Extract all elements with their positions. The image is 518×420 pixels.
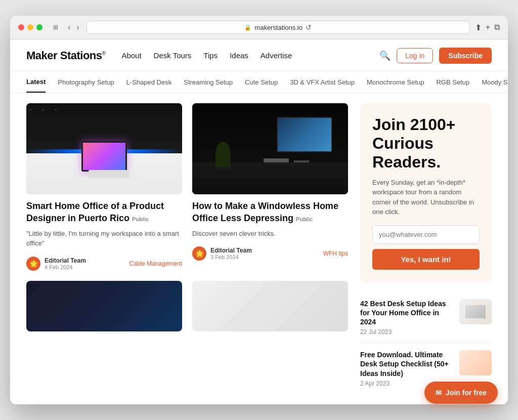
cat-lshaped[interactable]: L-Shaped Desk	[126, 72, 172, 92]
post-date-2: 3 Feb 2024	[210, 254, 252, 260]
posts-area: Smart Home Office of a Product Designer …	[26, 103, 348, 394]
traffic-light-yellow[interactable]	[27, 24, 33, 30]
login-button[interactable]: Log in	[397, 48, 433, 63]
post-badge-2: Public	[296, 216, 313, 223]
tabs-btn[interactable]: ⧉	[494, 23, 500, 32]
share-btn[interactable]: ⬆	[475, 23, 482, 32]
join-float-icon: ✉	[436, 389, 442, 397]
author-avatar-2: 🌟	[192, 246, 206, 261]
post-card-1[interactable]: Smart Home Office of a Product Designer …	[26, 103, 182, 271]
post-image-1	[26, 103, 182, 194]
forward-btn[interactable]: ›	[74, 22, 81, 33]
newsletter-box: Join 2100+ Curious Readers. Every Sunday…	[360, 103, 492, 281]
header-actions: 🔍 Log in Subscribe	[379, 48, 492, 64]
sidebar: Join 2100+ Curious Readers. Every Sunday…	[360, 103, 492, 394]
author-avatar-1: 🌟	[26, 257, 40, 271]
post-card-3[interactable]	[26, 281, 182, 331]
join-float-button[interactable]: ✉ Join for free	[424, 382, 498, 404]
traffic-light-red[interactable]	[18, 24, 24, 30]
newsletter-heading: Join 2100+ Curious Readers.	[372, 115, 480, 171]
url-text: makerstations.io	[254, 24, 303, 31]
cat-photography[interactable]: Photography Setup	[58, 72, 114, 92]
address-bar[interactable]: 🔒 makerstations.io ↺	[87, 21, 470, 34]
back-btn[interactable]: ‹	[66, 22, 72, 33]
post-card-4[interactable]	[192, 281, 348, 331]
cat-latest[interactable]: Latest	[26, 72, 46, 93]
lock-icon: 🔒	[244, 24, 251, 31]
sidebar-article-thumb-1	[459, 299, 492, 324]
search-button[interactable]: 🔍	[379, 50, 391, 61]
post-excerpt-2: Discover seven clever tricks.	[192, 229, 348, 239]
newsletter-desc: Every Sunday, get an *in-depth* workspac…	[372, 178, 480, 217]
post-tag-2[interactable]: WFH tips	[323, 250, 348, 257]
post-meta-1: 🌟 Editorial Team 4 Feb 2024 Cable Manage…	[26, 257, 182, 271]
subscribe-button[interactable]: Subscribe	[439, 48, 492, 64]
sidebar-article-thumb-2	[459, 350, 492, 375]
traffic-light-green[interactable]	[36, 24, 42, 30]
post-meta-2: 🌟 Editorial Team 3 Feb 2024 WFH tips	[192, 246, 348, 261]
sidebar-article-title-2: Free Download. Ultimate Desk Setup Check…	[360, 350, 453, 378]
post-card-2[interactable]: How to Make a Windowless Home Office Les…	[192, 103, 348, 271]
nav-advertise[interactable]: Advertise	[261, 51, 292, 60]
post-badge-1: Public	[132, 216, 149, 223]
nav-tips[interactable]: Tips	[203, 51, 218, 60]
site-logo[interactable]: Maker Stations®	[26, 49, 105, 62]
newsletter-cta-button[interactable]: Yes, I want in!	[372, 249, 480, 270]
cat-streaming[interactable]: Streaming Setup	[184, 72, 233, 92]
cat-cute[interactable]: Cute Setup	[245, 72, 278, 92]
nav-about[interactable]: About	[121, 51, 141, 60]
sidebar-articles: 42 Best Desk Setup Ideas for Your Home O…	[360, 292, 492, 394]
category-tabs: Latest Photography Setup L-Shaped Desk S…	[10, 72, 508, 93]
cat-monochrome[interactable]: Monochrome Setup	[367, 72, 424, 92]
main-nav: About Desk Tours Tips Ideas Advertise	[121, 51, 363, 60]
author-name-2: Editorial Team	[210, 247, 252, 254]
post-image-3	[26, 281, 182, 331]
author-name-1: Editorial Team	[45, 257, 86, 264]
post-date-1: 4 Feb 2024	[45, 264, 86, 270]
email-input[interactable]	[372, 225, 480, 244]
post-image-4	[192, 281, 348, 331]
join-float-label: Join for free	[446, 389, 487, 397]
nav-desk-tours[interactable]: Desk Tours	[154, 51, 192, 60]
sidebar-article-date-1: 22 Jul 2023	[360, 328, 453, 335]
reload-btn[interactable]: ↺	[306, 23, 312, 31]
cat-3dvfx[interactable]: 3D & VFX Artist Setup	[290, 72, 355, 92]
new-tab-btn[interactable]: +	[486, 23, 490, 32]
sidebar-toggle-btn[interactable]: ⊞	[51, 22, 61, 32]
post-title-2: How to Make a Windowless Home Office Les…	[192, 200, 348, 227]
bottom-posts-row	[26, 281, 348, 331]
sidebar-article-1[interactable]: 42 Best Desk Setup Ideas for Your Home O…	[360, 292, 492, 344]
post-excerpt-1: "Little by little, I'm turning my worksp…	[26, 229, 182, 248]
nav-ideas[interactable]: Ideas	[230, 51, 248, 60]
cat-moody[interactable]: Moody Setup	[482, 72, 508, 92]
sidebar-article-title-1: 42 Best Desk Setup Ideas for Your Home O…	[360, 299, 453, 327]
post-image-2	[192, 103, 348, 194]
cat-rgb[interactable]: RGB Setup	[436, 72, 469, 92]
post-title-1: Smart Home Office of a Product Designer …	[26, 200, 182, 227]
post-tag-1[interactable]: Cable Management	[129, 260, 182, 267]
